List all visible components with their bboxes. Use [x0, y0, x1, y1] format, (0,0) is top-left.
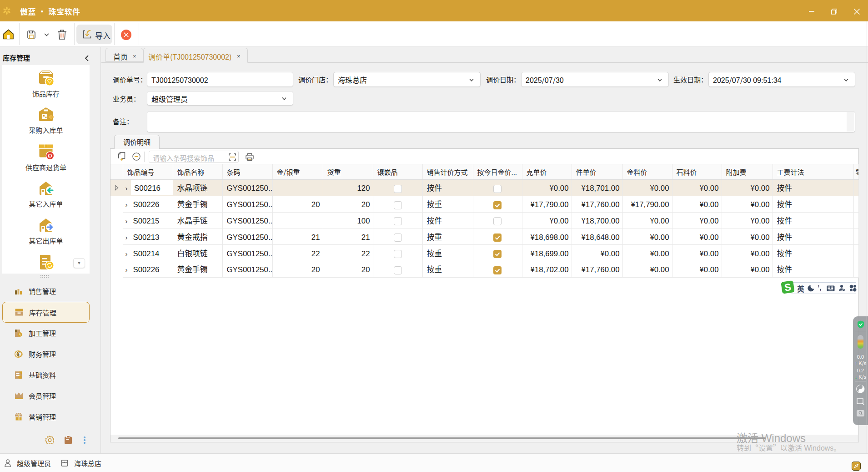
svg-text:¥: ¥: [17, 352, 20, 357]
